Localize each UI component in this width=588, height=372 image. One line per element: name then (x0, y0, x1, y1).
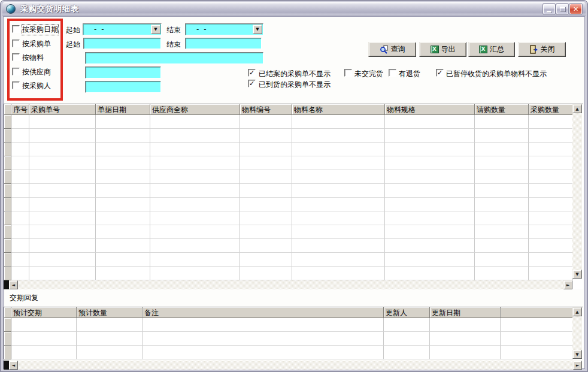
buyer-input[interactable] (85, 81, 161, 93)
option-hide-closed-label[interactable]: 已结案的采购单不显示 (259, 69, 331, 79)
chevron-down-icon[interactable]: ▼ (253, 25, 262, 34)
row-indicator-header[interactable] (4, 307, 11, 318)
supplier-input[interactable] (85, 66, 161, 78)
order-end-input[interactable] (185, 38, 262, 49)
column-header[interactable]: 物料名称 (292, 104, 385, 115)
scroll-up-icon[interactable]: ▲ (572, 307, 582, 316)
option-hide-suspended-checkbox[interactable]: ✓ (436, 69, 444, 77)
table-row[interactable] (4, 332, 583, 346)
scrollbar-track[interactable] (572, 316, 582, 350)
column-header[interactable]: 单据日期 (96, 104, 150, 115)
table-row[interactable] (4, 143, 583, 156)
filter-label-material[interactable]: 按物料 (22, 53, 44, 63)
option-undelivered-checkbox[interactable] (344, 69, 352, 77)
table-row[interactable] (4, 239, 583, 253)
table-cell (292, 253, 385, 267)
table-cell (11, 332, 77, 346)
filter-label-buyer[interactable]: 按采购人 (22, 81, 51, 91)
column-header[interactable]: 更新人 (384, 307, 430, 318)
option-hide-suspended-label[interactable]: 已暂停收货的采购单物料不显示 (446, 69, 547, 79)
table-row[interactable] (4, 267, 583, 280)
filter-checkbox-supplier[interactable] (12, 68, 20, 75)
row-indicator-cell (4, 346, 11, 359)
chevron-down-icon[interactable]: ▼ (151, 25, 160, 34)
scrollbar-track[interactable] (18, 361, 573, 370)
column-header[interactable]: 请购数量 (475, 104, 529, 115)
table-cell (150, 225, 240, 239)
table-cell (11, 346, 77, 359)
close-form-button[interactable]: 关闭 (518, 42, 566, 57)
title-bar[interactable]: 采购交货明细表 ✕ (2, 2, 586, 16)
table-cell (77, 346, 143, 359)
filter-label-order[interactable]: 按采购单 (22, 39, 51, 49)
date-start-dropdown[interactable]: - - ▼ (83, 23, 162, 35)
option-returns-checkbox[interactable] (389, 69, 396, 77)
table-row[interactable] (4, 253, 583, 267)
option-hide-arrived-checkbox[interactable]: ✓ (248, 80, 256, 87)
column-header[interactable]: 序号 (11, 104, 29, 115)
main-table-vertical-scrollbar[interactable]: ▲ ▼ (572, 104, 582, 279)
row-indicator-header[interactable] (4, 104, 11, 115)
scroll-left-icon[interactable]: ◄ (9, 280, 18, 289)
table-row[interactable] (4, 184, 583, 198)
scroll-down-icon[interactable]: ▼ (572, 350, 582, 359)
table-row[interactable] (4, 115, 583, 129)
reply-table-horizontal-scrollbar[interactable]: ◄ ► (4, 361, 582, 370)
option-returns-label[interactable]: 有退货 (399, 69, 420, 79)
table-cell (475, 156, 529, 170)
option-hide-arrived-label[interactable]: 已到货的采购单不显示 (259, 80, 331, 90)
filter-checkbox-date[interactable] (12, 25, 20, 33)
table-row[interactable] (4, 318, 583, 332)
order-start-input[interactable] (83, 38, 161, 49)
scroll-down-icon[interactable]: ▼ (572, 270, 582, 279)
table-cell (143, 318, 384, 332)
scroll-left-icon[interactable]: ◄ (9, 361, 18, 370)
summary-button[interactable]: X 汇总 (468, 42, 515, 57)
table-cell (501, 346, 573, 359)
scroll-right-icon[interactable]: ► (573, 361, 582, 370)
column-header[interactable]: 采购数量 (529, 104, 573, 115)
scroll-right-icon[interactable]: ► (563, 280, 572, 289)
app-window: 采购交货明细表 ✕ 按采购日期 按采购单 按物料 按供应商 按采购人 起始 结束… (0, 0, 588, 372)
table-row[interactable] (4, 211, 583, 225)
column-header[interactable]: 物料规格 (385, 104, 475, 115)
scrollbar-track[interactable] (18, 280, 563, 289)
query-button[interactable]: 查询 (368, 42, 416, 57)
column-header[interactable]: 更新日期 (430, 307, 501, 318)
scrollbar-track[interactable] (572, 113, 582, 270)
column-header[interactable]: 备注 (143, 307, 384, 318)
table-cell (150, 239, 240, 253)
column-header[interactable]: 供应商全称 (150, 104, 240, 115)
option-undelivered-label[interactable]: 未交完货 (354, 69, 383, 79)
maximize-button[interactable] (556, 4, 568, 14)
row-indicator-cell (4, 211, 11, 225)
close-button[interactable]: ✕ (569, 4, 582, 14)
table-row[interactable] (4, 198, 583, 211)
table-row[interactable] (4, 129, 583, 143)
filter-label-supplier[interactable]: 按供应商 (22, 67, 51, 77)
filter-checkbox-buyer[interactable] (12, 81, 20, 89)
main-table-horizontal-scrollbar[interactable]: ◄ ► (4, 280, 572, 289)
table-row[interactable] (4, 346, 583, 359)
export-button[interactable]: X 导出 (419, 42, 466, 57)
material-input[interactable] (85, 52, 263, 64)
table-row[interactable] (4, 225, 583, 239)
table-cell (11, 143, 29, 156)
date-end-dropdown[interactable]: - - ▼ (185, 23, 263, 35)
scrollbar-corner-block (4, 280, 9, 289)
minimize-button[interactable] (543, 4, 555, 14)
column-header[interactable]: 预计数量 (77, 307, 143, 318)
reply-table-vertical-scrollbar[interactable]: ▲ ▼ (572, 307, 582, 359)
table-cell (529, 143, 573, 156)
column-header[interactable]: 物料编号 (240, 104, 292, 115)
filter-checkbox-material[interactable] (12, 53, 20, 61)
table-row[interactable] (4, 170, 583, 184)
column-header[interactable]: 预计交期 (11, 307, 77, 318)
column-header[interactable] (501, 307, 573, 318)
scroll-up-icon[interactable]: ▲ (572, 104, 582, 113)
table-row[interactable] (4, 156, 583, 170)
column-header[interactable]: 采购单号 (29, 104, 96, 115)
filter-checkbox-order[interactable] (12, 40, 20, 47)
filter-label-date[interactable]: 按采购日期 (22, 25, 58, 35)
option-hide-closed-checkbox[interactable]: ✓ (248, 69, 256, 77)
